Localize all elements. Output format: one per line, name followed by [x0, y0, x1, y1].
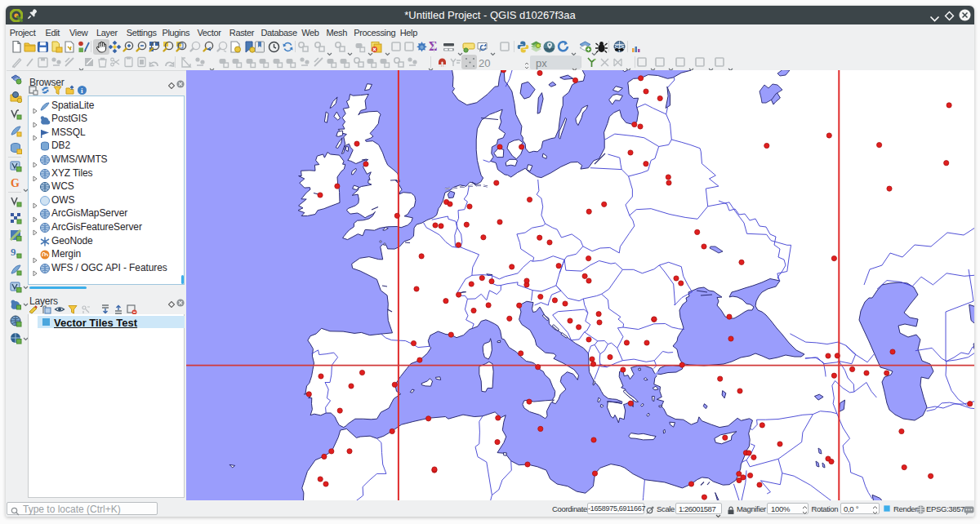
svg-text:G: G — [11, 177, 20, 189]
